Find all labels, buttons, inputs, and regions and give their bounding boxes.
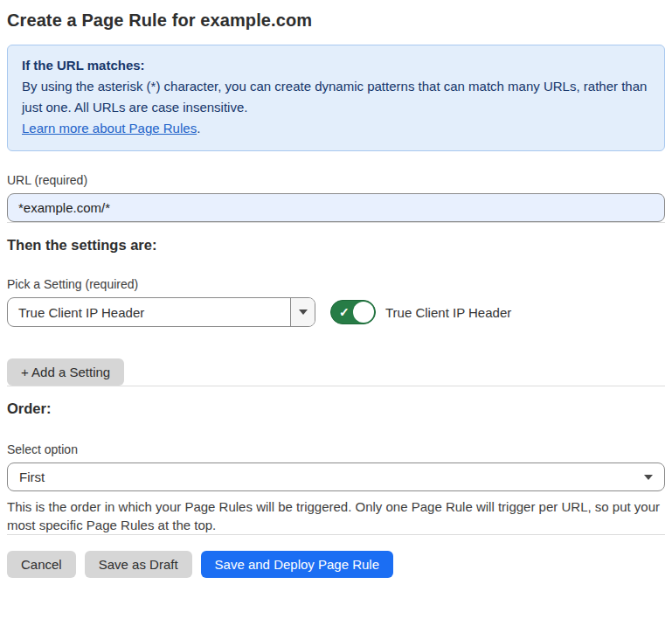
url-input[interactable] — [7, 193, 665, 222]
link-suffix: . — [197, 121, 200, 136]
order-help-text: This is the order in which your Page Rul… — [7, 497, 665, 534]
order-select[interactable]: First — [7, 463, 665, 491]
learn-more-link[interactable]: Learn more about Page Rules — [22, 121, 197, 136]
info-box-heading: If the URL matches: — [22, 55, 650, 76]
url-match-info-box: If the URL matches: By using the asteris… — [7, 45, 665, 151]
save-and-deploy-button[interactable]: Save and Deploy Page Rule — [201, 551, 393, 578]
page-title: Create a Page Rule for example.com — [7, 10, 665, 31]
settings-section-heading: Then the settings are: — [7, 237, 665, 254]
footer-divider — [7, 534, 665, 535]
save-as-draft-button[interactable]: Save as Draft — [85, 551, 192, 578]
order-select-label: Select option — [7, 442, 665, 456]
url-field-label: URL (required) — [7, 173, 665, 187]
chevron-down-icon — [299, 310, 308, 315]
footer-button-row: Cancel Save as Draft Save and Deploy Pag… — [7, 551, 665, 578]
order-select-value: First — [19, 469, 45, 484]
toggle-knob — [353, 302, 374, 323]
add-setting-button[interactable]: + Add a Setting — [7, 358, 124, 386]
setting-row: True Client IP Header ✓ True Client IP H… — [7, 297, 665, 327]
cancel-button[interactable]: Cancel — [7, 551, 76, 578]
section-divider — [7, 386, 665, 386]
chevron-down-icon — [644, 475, 653, 480]
true-client-ip-toggle[interactable]: ✓ — [330, 300, 376, 324]
setting-select-arrow-button[interactable] — [290, 298, 315, 326]
info-box-body-text: By using the asterisk (*) character, you… — [22, 79, 647, 115]
section-divider — [7, 222, 665, 223]
setting-select-value: True Client IP Header — [8, 298, 290, 326]
toggle-label: True Client IP Header — [385, 305, 511, 320]
setting-select[interactable]: True Client IP Header — [7, 297, 315, 327]
order-section-heading: Order: — [7, 400, 665, 417]
pick-setting-label: Pick a Setting (required) — [7, 277, 665, 291]
check-icon: ✓ — [339, 306, 350, 318]
info-box-body: By using the asterisk (*) character, you… — [22, 76, 650, 139]
